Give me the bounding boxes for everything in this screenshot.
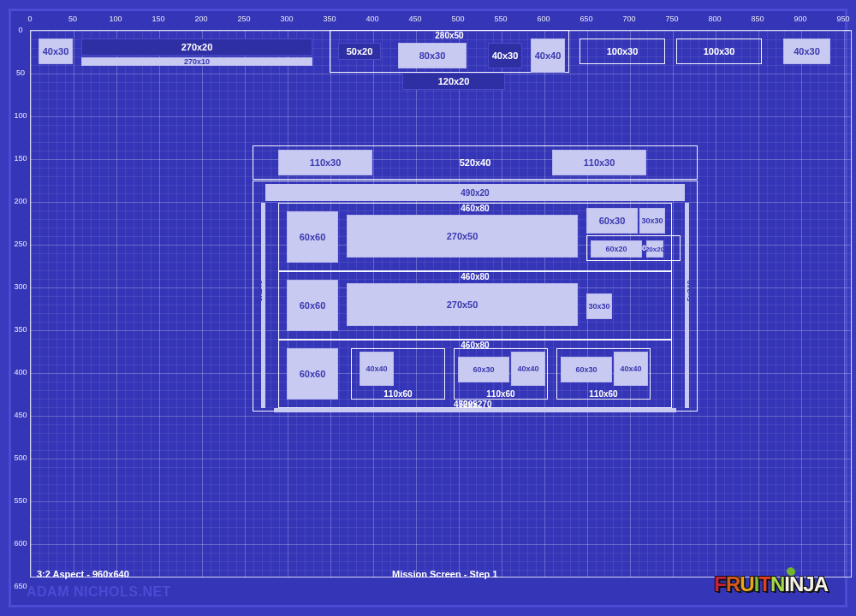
slot3-box: 40x40 [614, 352, 648, 386]
top-long-upper: 270x20 [81, 38, 312, 56]
top-small-badge: 40x30 [488, 43, 522, 68]
slot2-badge: 60x30 [458, 357, 509, 382]
row1-badge-d: 60x20 [591, 240, 642, 258]
ruler-vertical: 050100150200250300350400450500550600650 [11, 30, 30, 578]
slot3-badge: 60x30 [561, 357, 612, 382]
rail-left-label: 5x240 [255, 280, 264, 301]
top-score: 50x20 [338, 43, 381, 60]
below-center-label: 120x20 [402, 73, 505, 90]
top-long-lower: 270x10 [81, 57, 312, 66]
top-square: 40x40 [531, 38, 565, 73]
top-left-icon: 40x30 [39, 38, 73, 64]
tab-left: 110x30 [278, 150, 372, 175]
rail-left [261, 203, 265, 408]
grid-area: 280x50 40x30 270x20 270x10 50x20 80x30 4… [30, 30, 852, 578]
frame: 0501001502002503003504004505005506006507… [9, 9, 847, 607]
row1-icon: 60x60 [287, 211, 338, 263]
panel-bottom-bar-label: 470x5 [454, 400, 478, 409]
row1-text: 270x50 [347, 215, 578, 258]
rail-right [685, 203, 689, 408]
brand-logo: FRUITNINJA [714, 572, 828, 596]
top-center: 80x30 [398, 43, 467, 68]
panel-title-bar: 490x20 [265, 184, 685, 201]
row1-badge-a: 60x30 [586, 208, 638, 234]
slot2-box: 40x40 [511, 352, 545, 386]
rail-right-label: 5x240 [686, 280, 694, 301]
row1-badge-e: 20x20 [646, 240, 663, 258]
ruler-horizontal: 0501001502002503003504004505005506006507… [30, 15, 852, 28]
screen-title: Mission Screen - Step 1 [392, 569, 497, 579]
row1-badge-b: 30x30 [639, 208, 665, 234]
top-right-1: 100x30 [580, 38, 665, 64]
watermark: ADAM NICHOLS.NET [27, 584, 171, 600]
row2-icon: 60x60 [287, 280, 338, 331]
tab-right: 110x30 [552, 150, 646, 175]
top-corner: 40x30 [783, 38, 830, 64]
row2-badge: 30x30 [586, 293, 612, 319]
row2-text: 270x50 [347, 283, 578, 326]
row3-icon: 60x60 [287, 348, 338, 400]
slot1-box: 40x40 [360, 352, 394, 386]
top-right-2: 100x30 [676, 38, 762, 64]
aspect-note: 3:2 Aspect - 960x640 [37, 569, 129, 579]
